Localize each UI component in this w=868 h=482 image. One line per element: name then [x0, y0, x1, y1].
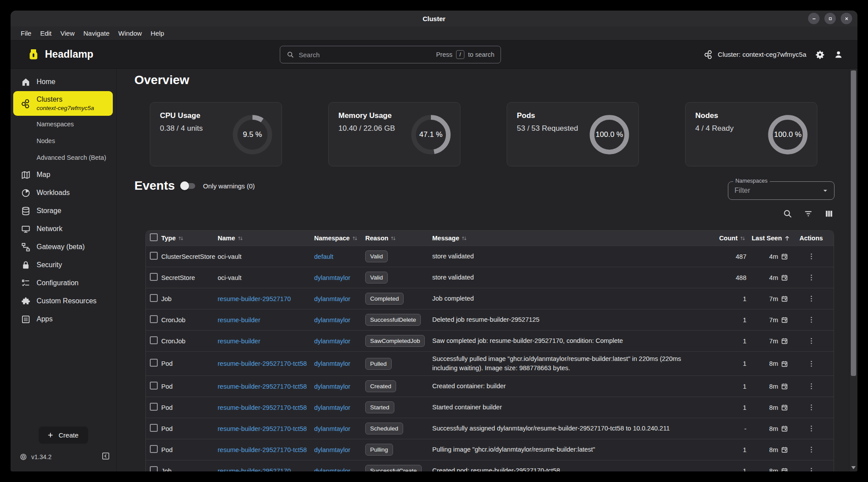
menu-item-window[interactable]: Window [114, 28, 145, 38]
row-actions-menu-icon[interactable] [807, 337, 816, 345]
table-columns-button[interactable] [824, 209, 834, 219]
sidebar-item-gateway-beta[interactable]: Gateway (beta) [13, 238, 113, 256]
event-name-link[interactable]: resume-builder-29527170-tct58 [218, 446, 307, 453]
menu-item-help[interactable]: Help [147, 28, 168, 38]
only-warnings-toggle[interactable] [180, 181, 196, 190]
menu-item-file[interactable]: File [17, 28, 35, 38]
sidebar-item-network[interactable]: Network [13, 220, 113, 238]
row-actions-menu-icon[interactable] [807, 424, 816, 433]
sidebar-item-clusters[interactable]: Clusters context-ceg7wfmyc5a [13, 91, 113, 116]
app-logo[interactable]: Headlamp [26, 48, 93, 62]
sidebar-collapse-button[interactable] [101, 452, 110, 462]
row-checkbox[interactable] [150, 273, 158, 281]
row-checkbox[interactable] [150, 252, 158, 260]
sidebar-item-storage[interactable]: Storage [13, 202, 113, 220]
sidebar-item-advanced-search-beta[interactable]: Advanced Search (Beta) [13, 149, 113, 166]
sidebar-item-apps[interactable]: Apps [13, 310, 113, 328]
select-all-checkbox[interactable] [150, 233, 158, 241]
column-header-type[interactable]: Type [161, 235, 218, 242]
sidebar-item-security[interactable]: Security [13, 256, 113, 274]
menu-item-navigate[interactable]: Navigate [79, 28, 113, 38]
row-actions-menu-icon[interactable] [807, 382, 816, 390]
sidebar-item-map[interactable]: Map [13, 166, 113, 184]
scrollbar-thumb[interactable] [851, 70, 856, 376]
event-namespace-link[interactable]: dylanmtaylor [314, 383, 350, 390]
column-header-name[interactable]: Name [218, 235, 314, 242]
menu-item-view[interactable]: View [56, 28, 78, 38]
event-namespace-link[interactable]: dylanmtaylor [314, 360, 350, 367]
table-row[interactable]: SecretStore oci-vault dylanmtaylor Valid… [146, 267, 834, 288]
row-actions-menu-icon[interactable] [807, 316, 816, 324]
column-header-message[interactable]: Message [432, 235, 703, 242]
maximize-button[interactable] [824, 13, 836, 24]
event-namespace-link[interactable]: dylanmtaylor [314, 338, 350, 345]
row-actions-menu-icon[interactable] [807, 294, 816, 303]
row-actions-menu-icon[interactable] [807, 403, 816, 412]
table-row[interactable]: Job resume-builder-29527170 dylanmtaylor… [146, 288, 834, 309]
table-row[interactable]: Pod resume-builder-29527170-tct58 dylanm… [146, 418, 834, 439]
minimize-button[interactable] [808, 13, 820, 24]
vertical-scrollbar[interactable] [849, 69, 857, 471]
search-input[interactable]: Search Press / to search [280, 46, 501, 63]
event-namespace-link[interactable]: dylanmtaylor [314, 446, 350, 453]
row-checkbox[interactable] [150, 424, 158, 432]
table-row[interactable]: Job resume-builder-29527170 dylanmtaylor… [146, 460, 834, 471]
namespace-filter-select[interactable]: Namespaces Filter [728, 181, 835, 200]
cluster-selector[interactable]: Cluster: context-ceg7wfmyc5a [704, 50, 806, 59]
event-namespace-link[interactable]: default [314, 253, 334, 260]
sidebar-item-home[interactable]: Home [13, 73, 113, 91]
event-name-link[interactable]: resume-builder [218, 338, 260, 345]
event-namespace-link[interactable]: dylanmtaylor [314, 295, 350, 302]
event-name-link[interactable]: oci-vault [218, 253, 241, 260]
column-header-count[interactable]: Count [703, 235, 747, 242]
table-search-button[interactable] [783, 209, 793, 219]
row-checkbox[interactable] [150, 336, 158, 344]
column-header-last-seen[interactable]: Last Seen [747, 235, 794, 242]
table-row[interactable]: Pod resume-builder-29527170-tct58 dylanm… [146, 397, 834, 418]
row-actions-menu-icon[interactable] [807, 252, 816, 261]
sidebar-item-workloads[interactable]: Workloads [13, 184, 113, 202]
row-actions-menu-icon[interactable] [807, 467, 816, 471]
scrollbar-down-arrow[interactable] [851, 466, 856, 469]
row-checkbox[interactable] [150, 445, 158, 453]
menu-item-edit[interactable]: Edit [36, 28, 56, 38]
event-namespace-link[interactable]: dylanmtaylor [314, 316, 350, 324]
event-namespace-link[interactable]: dylanmtaylor [314, 274, 350, 281]
row-checkbox[interactable] [150, 359, 158, 367]
event-name-link[interactable]: resume-builder-29527170-tct58 [218, 360, 307, 367]
table-row[interactable]: CronJob resume-builder dylanmtaylor Succ… [146, 309, 834, 330]
table-row[interactable]: ClusterSecretStore oci-vault default Val… [146, 246, 834, 267]
event-name-link[interactable]: resume-builder [218, 316, 260, 324]
row-actions-menu-icon[interactable] [807, 445, 816, 454]
table-row[interactable]: Pod resume-builder-29527170-tct58 dylanm… [146, 351, 834, 375]
table-row[interactable]: CronJob resume-builder dylanmtaylor SawC… [146, 330, 834, 351]
column-header-reason[interactable]: Reason [365, 235, 432, 242]
row-actions-menu-icon[interactable] [807, 360, 816, 368]
row-actions-menu-icon[interactable] [807, 273, 816, 282]
event-namespace-link[interactable]: dylanmtaylor [314, 467, 350, 471]
sidebar-item-configuration[interactable]: Configuration [13, 274, 113, 292]
event-name-link[interactable]: resume-builder-29527170 [218, 295, 291, 302]
table-row[interactable]: Pod resume-builder-29527170-tct58 dylanm… [146, 375, 834, 397]
close-button[interactable] [841, 13, 852, 24]
row-checkbox[interactable] [150, 294, 158, 302]
event-namespace-link[interactable]: dylanmtaylor [314, 404, 350, 411]
table-filter-button[interactable] [803, 209, 813, 219]
user-button[interactable] [834, 50, 843, 59]
row-checkbox[interactable] [150, 403, 158, 411]
table-row[interactable]: Pod resume-builder-29527170-tct58 dylanm… [146, 439, 834, 460]
event-name-link[interactable]: resume-builder-29527170 [218, 467, 291, 471]
sidebar-item-namespaces[interactable]: Namespaces [13, 116, 113, 132]
sidebar-item-custom-resources[interactable]: Custom Resources [13, 292, 113, 310]
event-namespace-link[interactable]: dylanmtaylor [314, 425, 350, 432]
row-checkbox[interactable] [150, 466, 158, 471]
column-header-namespace[interactable]: Namespace [314, 235, 365, 242]
event-name-link[interactable]: resume-builder-29527170-tct58 [218, 383, 307, 390]
sidebar-item-nodes[interactable]: Nodes [13, 132, 113, 149]
settings-button[interactable] [815, 50, 825, 59]
create-button[interactable]: Create [39, 427, 88, 444]
row-checkbox[interactable] [150, 382, 158, 390]
row-checkbox[interactable] [150, 315, 158, 323]
event-name-link[interactable]: oci-vault [218, 274, 241, 281]
event-name-link[interactable]: resume-builder-29527170-tct58 [218, 425, 307, 432]
